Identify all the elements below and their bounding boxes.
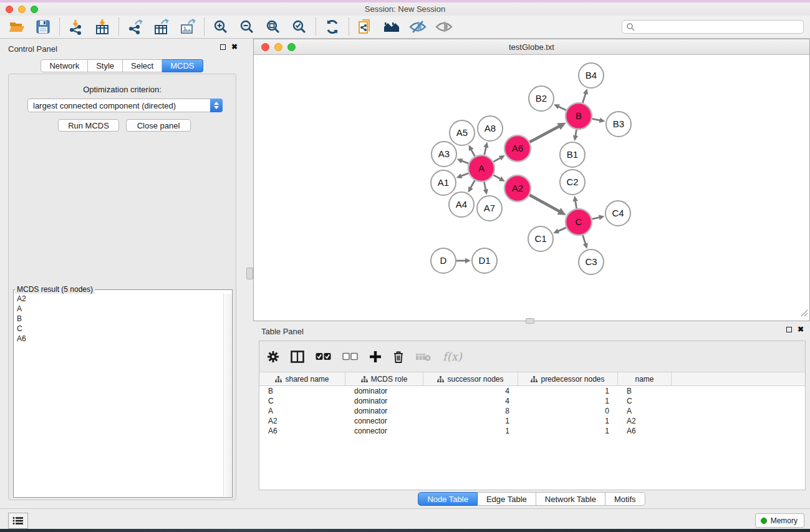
mcds-result-item[interactable]: C xyxy=(14,324,223,334)
zoom-fit-icon[interactable] xyxy=(263,17,284,37)
column-header-shared-name[interactable]: shared name xyxy=(259,372,345,386)
minimize-window-button[interactable] xyxy=(18,6,26,13)
zoom-selected-icon[interactable] xyxy=(289,17,310,37)
graph-node-label: A2 xyxy=(512,183,523,193)
import-network-icon[interactable] xyxy=(65,17,87,37)
horizontal-split-handle[interactable] xyxy=(526,318,534,324)
delete-table-icon[interactable] xyxy=(415,352,432,362)
graph-edge-A-A8[interactable] xyxy=(485,147,486,155)
table-row[interactable]: A2connector11A2 xyxy=(259,416,805,426)
export-table-icon[interactable] xyxy=(151,17,172,37)
graph-edge-A-A2[interactable] xyxy=(493,175,501,179)
function-builder-icon[interactable]: f(x) xyxy=(443,350,462,363)
zoom-out-icon[interactable] xyxy=(236,17,258,37)
network-zoom-button[interactable] xyxy=(287,43,296,51)
result-scrollbar[interactable] xyxy=(223,294,231,496)
column-header-successor-nodes[interactable]: successor nodes xyxy=(423,372,518,386)
graph-edge-C-C1[interactable] xyxy=(557,228,566,231)
graph-edge-C-C4[interactable] xyxy=(592,218,599,220)
zoom-in-icon[interactable] xyxy=(210,17,231,37)
tab-motifs[interactable]: Motifs xyxy=(605,492,645,506)
table-row[interactable]: A6connector11A6 xyxy=(259,426,805,436)
mcds-result-item[interactable]: A xyxy=(14,304,223,314)
optimization-criterion-select[interactable]: largest connected component (directed) xyxy=(27,99,223,112)
save-session-icon[interactable] xyxy=(32,17,54,37)
tab-network-table[interactable]: Network Table xyxy=(536,492,605,506)
mcds-result-item[interactable]: A6 xyxy=(14,334,223,344)
network-minimize-button[interactable] xyxy=(274,43,282,51)
graph-edge-A-A7[interactable] xyxy=(484,182,486,190)
vertical-split-handle[interactable] xyxy=(246,268,253,279)
mcds-result-item[interactable]: B xyxy=(14,314,223,324)
unselect-all-columns-icon[interactable] xyxy=(342,352,358,361)
graph-node-label: C2 xyxy=(566,177,578,187)
show-all-panels-icon[interactable] xyxy=(381,17,402,37)
list-icon xyxy=(12,516,24,525)
tab-mcds[interactable]: MCDS xyxy=(162,59,203,72)
graph-edge-A-A1[interactable] xyxy=(461,173,468,177)
task-history-button[interactable] xyxy=(8,513,28,529)
table-cell: dominator xyxy=(345,396,423,406)
tab-select[interactable]: Select xyxy=(123,59,162,72)
close-window-button[interactable] xyxy=(6,6,13,13)
control-panel-title: Control Panel xyxy=(8,44,57,54)
close-panel-button[interactable]: Close panel xyxy=(126,119,191,132)
graph-edge-C-C2[interactable] xyxy=(576,201,577,209)
close-panel-icon[interactable]: ✖ xyxy=(231,44,238,50)
table-cell: connector xyxy=(345,426,423,436)
mcds-tab-content: Optimization criterion: largest connecte… xyxy=(8,74,236,500)
mcds-result-list: A2ABCA6 xyxy=(14,294,223,496)
column-header-predecessor-nodes[interactable]: predecessor nodes xyxy=(518,372,618,386)
graph-edge-arrowhead xyxy=(465,258,471,263)
column-header-name[interactable]: name xyxy=(618,372,672,386)
network-canvas[interactable]: B4B2BB3A8A5A6A3B1AA1C2A2A4A7C4CC1C3DD1 xyxy=(254,55,809,321)
network-close-button[interactable] xyxy=(261,43,269,51)
table-settings-icon[interactable] xyxy=(267,351,279,363)
graph-edge-B-B4[interactable] xyxy=(582,94,586,103)
clone-network-icon[interactable] xyxy=(355,17,376,37)
search-input[interactable] xyxy=(635,22,799,31)
tab-edge-table[interactable]: Edge Table xyxy=(478,492,536,506)
table-row[interactable]: Adominator80A xyxy=(259,406,805,416)
search-field[interactable] xyxy=(622,20,804,34)
float-table-panel-icon[interactable] xyxy=(786,327,792,332)
run-mcds-button[interactable]: Run MCDS xyxy=(58,119,119,132)
table-row[interactable]: Cdominator41C xyxy=(259,396,805,406)
graph-edge-A-A5[interactable] xyxy=(471,149,475,156)
open-session-icon[interactable] xyxy=(6,17,27,37)
export-network-icon[interactable] xyxy=(125,17,146,37)
add-column-icon[interactable] xyxy=(369,351,382,363)
close-table-panel-icon[interactable]: ✖ xyxy=(798,327,804,332)
graph-edge-A-A3[interactable] xyxy=(461,161,468,163)
show-panel-icon[interactable] xyxy=(433,17,455,37)
graph-edge-A-A6[interactable] xyxy=(493,158,501,162)
tab-node-table[interactable]: Node Table xyxy=(418,492,478,506)
graph-edge-C-C3[interactable] xyxy=(583,235,586,244)
refresh-view-icon[interactable] xyxy=(322,17,343,37)
column-header-mcds-role[interactable]: MCDS role xyxy=(345,372,423,386)
import-table-icon[interactable] xyxy=(92,17,113,37)
graph-edge-B-B2[interactable] xyxy=(558,107,566,110)
delete-columns-icon[interactable] xyxy=(393,351,404,363)
graph-edge-B-B3[interactable] xyxy=(592,118,600,120)
graph-edge-B-B1[interactable] xyxy=(576,130,577,137)
show-columns-icon[interactable] xyxy=(291,351,304,363)
graph-node-label: A6 xyxy=(512,143,523,153)
resize-grip-icon[interactable] xyxy=(800,309,808,317)
memory-button[interactable]: Memory xyxy=(755,513,804,528)
float-panel-icon[interactable] xyxy=(220,44,226,50)
zoom-window-button[interactable] xyxy=(31,6,38,13)
network-window-titlebar[interactable]: testGlobe.txt xyxy=(254,39,809,55)
export-image-icon[interactable] xyxy=(177,17,198,37)
table-row[interactable]: Bdominator41B xyxy=(259,386,805,396)
graph-edge-A6-B[interactable] xyxy=(529,126,559,142)
select-all-columns-icon[interactable] xyxy=(316,352,331,361)
hide-panel-icon[interactable] xyxy=(407,17,428,37)
graph-edge-A-A4[interactable] xyxy=(470,180,475,188)
tab-style[interactable]: Style xyxy=(88,59,123,72)
graph-edge-arrowhead xyxy=(483,142,488,148)
mcds-result-item[interactable]: A2 xyxy=(14,294,223,304)
tab-network[interactable]: Network xyxy=(41,59,88,72)
graph-edge-A2-C[interactable] xyxy=(529,195,559,211)
table-panel-tabs: Node Table Edge Table Network Table Moti… xyxy=(253,492,810,506)
